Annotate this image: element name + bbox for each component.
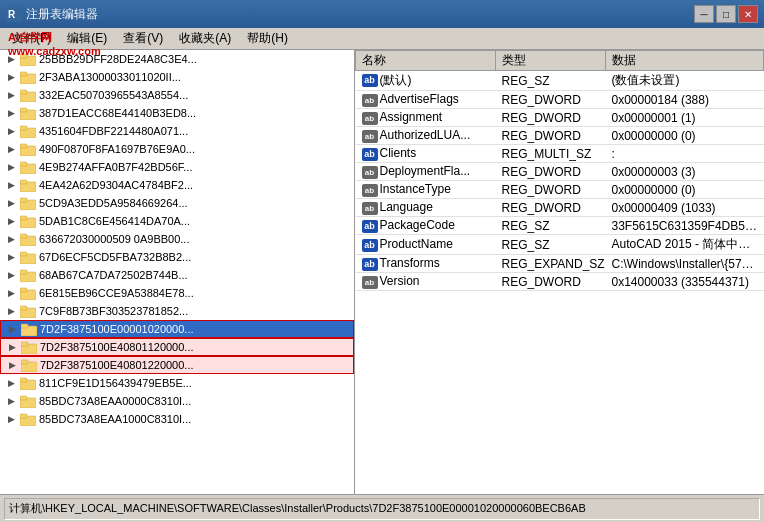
registry-values-panel: 名称 类型 数据 ab(默认)REG_SZ(数值未设置)abAdvertiseF… — [355, 50, 764, 494]
expand-icon[interactable]: ▶ — [4, 160, 18, 174]
reg-type-cell: REG_EXPAND_SZ — [496, 255, 606, 273]
tree-item[interactable]: ▶ 85BDC73A8EAA1000C8310I... — [0, 410, 354, 428]
tree-item[interactable]: ▶ 5DAB1C8C6E456414DA70A... — [0, 212, 354, 230]
expand-icon[interactable]: ▶ — [4, 88, 18, 102]
tree-item-label: 67D6ECF5CD5FBA732B8B2... — [39, 251, 191, 263]
svg-rect-39 — [20, 378, 27, 382]
tree-item-label: 811CF9E1D156439479EB5E... — [39, 377, 192, 389]
tree-item[interactable]: ▶ 85BDC73A8EAA0000C8310I... — [0, 392, 354, 410]
table-row[interactable]: abTransformsREG_EXPAND_SZC:\Windows\Inst… — [356, 255, 764, 273]
expand-icon[interactable]: ▶ — [4, 106, 18, 120]
reg-name-cell: abPackageCode — [356, 217, 496, 235]
expand-icon[interactable]: ▶ — [4, 232, 18, 246]
col-type: 类型 — [496, 51, 606, 71]
tree-item[interactable]: ▶ 332EAC50703965543A8554... — [0, 86, 354, 104]
dword-icon: ab — [362, 94, 378, 107]
menu-item-2[interactable]: 查看(V) — [115, 28, 171, 49]
reg-type-cell: REG_MULTI_SZ — [496, 145, 606, 163]
table-row[interactable]: ab(默认)REG_SZ(数值未设置) — [356, 71, 764, 91]
tree-item[interactable]: ▶ 5CD9A3EDD5A9584669264... — [0, 194, 354, 212]
tree-item[interactable]: ▶ 4EA42A62D9304AC4784BF2... — [0, 176, 354, 194]
expand-icon[interactable]: ▶ — [5, 340, 19, 354]
menu-bar: 文件(F)编辑(E)查看(V)收藏夹(A)帮助(H) — [0, 28, 764, 50]
window-title: 注册表编辑器 — [26, 6, 98, 23]
tree-item[interactable]: ▶ 7D2F3875100E40801120000... — [0, 338, 354, 356]
tree-item[interactable]: ▶ 2F3ABA13000033011020II... — [0, 68, 354, 86]
expand-icon[interactable]: ▶ — [4, 286, 18, 300]
ab-icon: ab — [362, 220, 378, 233]
expand-icon[interactable]: ▶ — [5, 358, 19, 372]
expand-icon[interactable]: ▶ — [4, 142, 18, 156]
tree-item[interactable]: ▶ 4351604FDBF2214480A071... — [0, 122, 354, 140]
menu-item-4[interactable]: 帮助(H) — [239, 28, 296, 49]
svg-rect-13 — [20, 144, 27, 148]
tree-item-label: 490F0870F8FA1697B76E9A0... — [39, 143, 195, 155]
table-row[interactable]: abPackageCodeREG_SZ33F5615C631359F4DB599… — [356, 217, 764, 235]
table-header-row: 名称 类型 数据 — [356, 51, 764, 71]
folder-icon — [20, 214, 36, 228]
expand-icon[interactable]: ▶ — [4, 70, 18, 84]
reg-name: Language — [380, 200, 433, 214]
tree-item[interactable]: ▶ 6E815EB96CCE9A53884E78... — [0, 284, 354, 302]
ab-icon: ab — [362, 148, 378, 161]
menu-item-3[interactable]: 收藏夹(A) — [171, 28, 239, 49]
expand-icon[interactable]: ▶ — [4, 196, 18, 210]
expand-icon[interactable]: ▶ — [4, 178, 18, 192]
close-button[interactable]: ✕ — [738, 5, 758, 23]
tree-item[interactable]: ▶ 387D1EACC68E44140B3ED8... — [0, 104, 354, 122]
tree-item[interactable]: ▶ 7C9F8B73BF303523781852... — [0, 302, 354, 320]
svg-rect-11 — [20, 126, 27, 130]
dword-icon: ab — [362, 184, 378, 197]
ab-icon: ab — [362, 239, 378, 252]
svg-rect-9 — [20, 108, 27, 112]
tree-item[interactable]: ▶ 811CF9E1D156439479EB5E... — [0, 374, 354, 392]
table-row[interactable]: abInstanceTypeREG_DWORD0x00000000 (0) — [356, 181, 764, 199]
tree-item[interactable]: ▶ 67D6ECF5CD5FBA732B8B2... — [0, 248, 354, 266]
tree-item[interactable]: ▶ 68AB67CA7DA72502B744B... — [0, 266, 354, 284]
tree-item[interactable]: ▶ 4E9B274AFFA0B7F42BD56F... — [0, 158, 354, 176]
expand-icon[interactable]: ▶ — [4, 304, 18, 318]
folder-icon — [20, 106, 36, 120]
registry-table: 名称 类型 数据 ab(默认)REG_SZ(数值未设置)abAdvertiseF… — [355, 50, 764, 291]
reg-name-cell: abAssignment — [356, 109, 496, 127]
col-name: 名称 — [356, 51, 496, 71]
expand-icon[interactable]: ▶ — [4, 412, 18, 426]
table-row[interactable]: abVersionREG_DWORD0x14000033 (335544371) — [356, 273, 764, 291]
table-row[interactable]: abLanguageREG_DWORD0x00000409 (1033) — [356, 199, 764, 217]
minimize-button[interactable]: ─ — [694, 5, 714, 23]
reg-type-cell: REG_DWORD — [496, 127, 606, 145]
tree-item-label: 332EAC50703965543A8554... — [39, 89, 188, 101]
table-row[interactable]: abAdvertiseFlagsREG_DWORD0x00000184 (388… — [356, 91, 764, 109]
reg-name: DeploymentFla... — [380, 164, 471, 178]
expand-icon[interactable]: ▶ — [4, 394, 18, 408]
expand-icon[interactable]: ▶ — [4, 376, 18, 390]
tree-item[interactable]: ▶ 636672030000509 0A9BB00... — [0, 230, 354, 248]
maximize-button[interactable]: □ — [716, 5, 736, 23]
tree-item-label: 5CD9A3EDD5A9584669264... — [39, 197, 188, 209]
folder-icon — [20, 304, 36, 318]
reg-data-cell: 0x00000184 (388) — [606, 91, 764, 109]
reg-name-cell: ab(默认) — [356, 71, 496, 91]
status-bar: 计算机\HKEY_LOCAL_MACHINE\SOFTWARE\Classes\… — [0, 494, 764, 522]
reg-type-cell: REG_SZ — [496, 71, 606, 91]
expand-icon[interactable]: ▶ — [5, 322, 19, 336]
table-row[interactable]: abProductNameREG_SZAutoCAD 2015 - 简体中文 (… — [356, 235, 764, 255]
folder-icon — [20, 88, 36, 102]
tree-item[interactable]: ▶ 7D2F3875100E40801220000... — [0, 356, 354, 374]
table-row[interactable]: abClientsREG_MULTI_SZ: — [356, 145, 764, 163]
expand-icon[interactable]: ▶ — [4, 124, 18, 138]
tree-item-label: 2F3ABA13000033011020II... — [39, 71, 181, 83]
expand-icon[interactable]: ▶ — [4, 214, 18, 228]
reg-data-cell: C:\Windows\Installer\{5783F... — [606, 255, 764, 273]
expand-icon[interactable]: ▶ — [4, 268, 18, 282]
expand-icon[interactable]: ▶ — [4, 250, 18, 264]
table-row[interactable]: abAuthorizedLUA...REG_DWORD0x00000000 (0… — [356, 127, 764, 145]
reg-type-cell: REG_DWORD — [496, 273, 606, 291]
watermark: AI自学网 www.cadzxw.com — [8, 30, 101, 59]
tree-container[interactable]: ▶ 25BBB29DFF28DE24A8C3E4...▶ 2F3ABA13000… — [0, 50, 354, 494]
tree-item[interactable]: ▶ 7D2F3875100E00001020000... — [0, 320, 354, 338]
tree-item[interactable]: ▶ 490F0870F8FA1697B76E9A0... — [0, 140, 354, 158]
title-controls: ─ □ ✕ — [694, 5, 758, 23]
table-row[interactable]: abAssignmentREG_DWORD0x00000001 (1) — [356, 109, 764, 127]
table-row[interactable]: abDeploymentFla...REG_DWORD0x00000003 (3… — [356, 163, 764, 181]
